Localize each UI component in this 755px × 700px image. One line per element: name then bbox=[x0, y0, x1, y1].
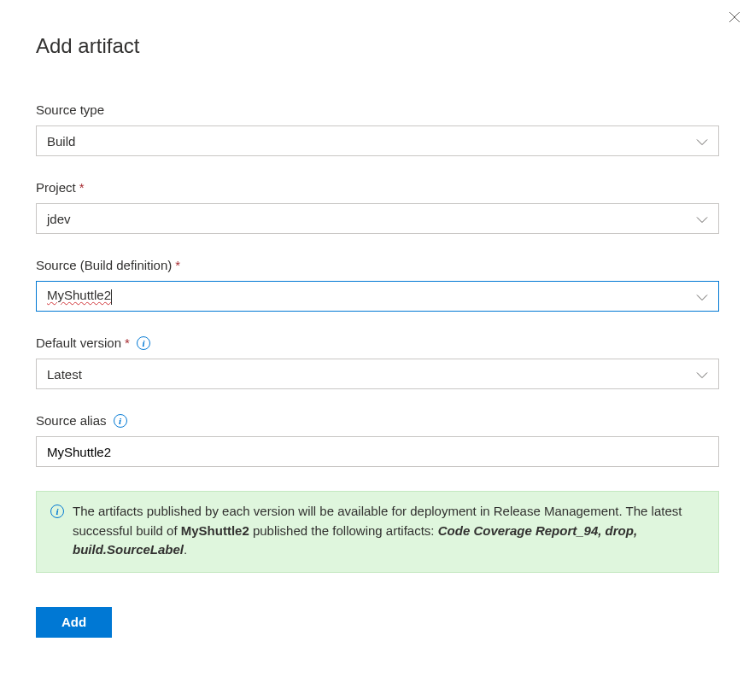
info-icon[interactable]: i bbox=[137, 336, 150, 350]
source-build-def-group: Source (Build definition) * MyShuttle2 bbox=[36, 258, 719, 312]
info-message: i The artifacts published by each versio… bbox=[36, 491, 719, 573]
close-icon bbox=[728, 10, 741, 24]
info-icon[interactable]: i bbox=[114, 414, 127, 428]
source-type-select[interactable]: Build bbox=[36, 125, 719, 156]
required-indicator: * bbox=[125, 335, 130, 350]
text-cursor bbox=[111, 289, 112, 305]
source-build-def-select[interactable]: MyShuttle2 bbox=[36, 281, 719, 312]
panel-title: Add artifact bbox=[36, 34, 719, 58]
info-icon: i bbox=[50, 505, 64, 518]
close-button[interactable] bbox=[724, 7, 745, 27]
project-group: Project * jdev bbox=[36, 180, 719, 234]
source-type-label: Source type bbox=[36, 102, 719, 117]
source-build-def-label: Source (Build definition) * bbox=[36, 258, 719, 272]
project-select[interactable]: jdev bbox=[36, 203, 719, 234]
add-artifact-panel: Add artifact Source type Build Project *… bbox=[0, 0, 755, 672]
source-alias-label: Source alias i bbox=[36, 413, 719, 428]
default-version-label: Default version * i bbox=[36, 335, 719, 350]
chevron-down-icon bbox=[696, 367, 708, 382]
source-alias-group: Source alias i bbox=[36, 413, 719, 467]
source-type-group: Source type Build bbox=[36, 102, 719, 156]
project-label: Project * bbox=[36, 180, 719, 195]
chevron-down-icon bbox=[696, 134, 708, 149]
default-version-group: Default version * i Latest bbox=[36, 335, 719, 389]
info-message-text: The artifacts published by each version … bbox=[73, 502, 705, 560]
add-button[interactable]: Add bbox=[36, 607, 112, 638]
source-alias-input[interactable] bbox=[36, 436, 719, 467]
required-indicator: * bbox=[175, 258, 180, 272]
chevron-down-icon bbox=[696, 289, 708, 304]
default-version-select[interactable]: Latest bbox=[36, 359, 719, 389]
chevron-down-icon bbox=[696, 212, 708, 226]
required-indicator: * bbox=[79, 180, 85, 195]
